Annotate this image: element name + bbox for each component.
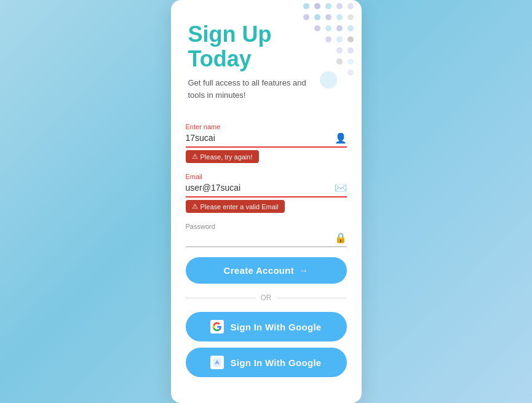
svg-point-21	[347, 70, 354, 76]
sign-in-apple-label: Sign In With Google	[230, 357, 321, 368]
arrow-icon: →	[299, 265, 308, 276]
name-field-row: 👤	[186, 132, 347, 148]
svg-point-7	[325, 14, 332, 20]
lock-icon: 🔒	[335, 232, 347, 244]
svg-point-13	[347, 25, 354, 31]
create-account-label: Create Account	[224, 265, 295, 276]
sign-in-apple-button[interactable]: A Sign In With Google	[186, 348, 347, 377]
email-error-tooltip: Please enter a valid Email	[186, 200, 285, 213]
page-subtitle: Get full access to all features and tool…	[188, 77, 324, 101]
email-label: Email	[186, 173, 347, 180]
svg-text:A: A	[215, 359, 220, 365]
signup-form: Enter name 👤 Please, try again! Email ✉️…	[171, 123, 362, 377]
svg-point-8	[336, 14, 343, 20]
email-icon: ✉️	[335, 182, 347, 194]
svg-point-9	[347, 14, 354, 20]
svg-point-6	[314, 14, 320, 20]
sign-in-google-button[interactable]: Sign In With Google	[186, 312, 347, 341]
sign-in-google-label: Sign In With Google	[230, 322, 321, 332]
svg-point-2	[325, 3, 332, 9]
password-label: Password	[186, 223, 347, 230]
svg-point-20	[347, 58, 354, 65]
email-input[interactable]	[186, 182, 331, 194]
divider-line-right	[277, 298, 347, 298]
email-field-row: ✉️	[186, 182, 347, 198]
page-title: Sign Up Today	[188, 22, 344, 71]
password-field-row: 🔒	[186, 231, 347, 247]
svg-point-0	[303, 3, 309, 9]
svg-point-1	[314, 3, 320, 9]
divider-line-left	[186, 298, 256, 298]
card-header: Sign Up Today Get full access to all fea…	[171, 0, 362, 123]
name-error-tooltip: Please, try again!	[186, 150, 259, 163]
user-icon: 👤	[335, 132, 347, 144]
password-input[interactable]	[186, 231, 331, 244]
svg-point-4	[347, 3, 354, 9]
or-text: OR	[261, 293, 272, 302]
svg-point-18	[347, 47, 354, 54]
create-account-button[interactable]: Create Account →	[186, 257, 347, 284]
google-logo	[210, 320, 224, 333]
svg-point-5	[303, 14, 309, 20]
name-label: Enter name	[186, 123, 347, 130]
signup-card: Sign Up Today Get full access to all fea…	[171, 0, 362, 403]
email-field-group: Email ✉️ Please enter a valid Email	[186, 173, 347, 213]
password-field-group: Password 🔒	[186, 223, 347, 247]
name-field-group: Enter name 👤 Please, try again!	[186, 123, 347, 163]
svg-point-16	[347, 36, 354, 42]
apple-logo: A	[210, 356, 224, 369]
svg-point-3	[336, 3, 343, 9]
name-input[interactable]	[186, 132, 331, 144]
or-divider: OR	[186, 293, 347, 302]
